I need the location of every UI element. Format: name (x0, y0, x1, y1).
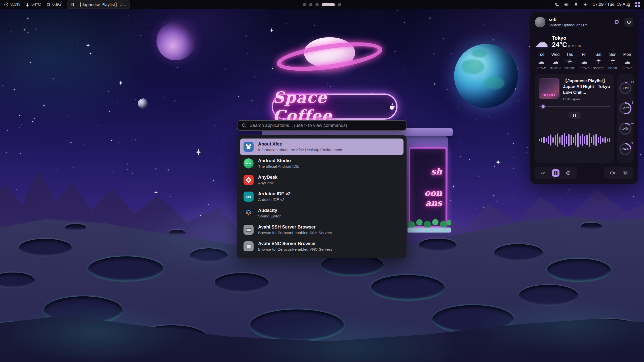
media-section: TOKYO L 【Japanese Playlist】 Japan All Ni… (535, 74, 633, 163)
desktop: Space Coffee sh oon ans 3.1% (0, 0, 644, 362)
thermometer-icon (631, 101, 634, 104)
clock[interactable]: 17:09 - Tue, 19 Aug (593, 2, 630, 7)
keyboard-icon (622, 170, 628, 176)
launcher-searchbar[interactable] (237, 120, 407, 131)
rain-icon: ☂ (596, 59, 601, 65)
album-art: TOKYO L (539, 78, 559, 99)
app-name: AnyDesk (258, 175, 277, 180)
battery-icon[interactable] (564, 2, 569, 7)
weather-city: Tokyo (552, 35, 581, 41)
memory-value: 6.8G (52, 2, 62, 7)
android-studio-icon (244, 158, 254, 168)
power-button[interactable] (624, 18, 633, 27)
keyboard-button[interactable] (621, 169, 629, 177)
launcher-result-row[interactable]: Avahi SSH Server Browser Browse for Zero… (240, 221, 404, 238)
launcher-result-row[interactable]: ∞ Arduino IDE v2 Arduino IDE v2 (240, 188, 404, 205)
avahi-ssh-icon (244, 225, 254, 235)
disk-icon (631, 141, 634, 145)
search-icon (242, 123, 247, 128)
network-globe-button[interactable] (565, 169, 572, 177)
waveform (539, 122, 610, 159)
app-description: Browse for Zeroconf-enabled SSH Servers (258, 231, 332, 235)
arduino-icon: ∞ (244, 192, 254, 202)
cpu-gauge: 3.1% (619, 82, 631, 94)
system-uptime: System Uptime: 4h11m (549, 23, 588, 27)
track-title: 【Japanese Playlist】 Japan All Night - To… (563, 78, 610, 96)
top-panel: 3.1% 54°C 6.8G 【Japanese Playlist】 J... (0, 0, 644, 9)
media-chip-label: 【Japanese Playlist】 J... (77, 2, 126, 8)
forecast-day: Thu☀33°/26° (564, 52, 576, 70)
track-subtitle: Chill Japan. (563, 97, 610, 101)
app-description: Arduino IDE v2 (258, 197, 291, 202)
forecast-day: Mon☁33°/26° (621, 52, 633, 70)
workspace-dot[interactable] (315, 3, 319, 6)
thermometer-icon (25, 2, 30, 7)
media-player-card: TOKYO L 【Japanese Playlist】 Japan All Ni… (535, 74, 614, 163)
workspace-dot[interactable] (338, 3, 341, 6)
user-name: seb (549, 17, 588, 22)
system-gauges: 3.1% 54°C 14% 24% (617, 74, 633, 163)
app-name: Arduino IDE v2 (258, 191, 291, 197)
speedometer-icon (540, 170, 546, 176)
settings-button[interactable]: ⚙ (612, 18, 621, 27)
memory-chip-icon (46, 2, 51, 7)
forecast-day: Tue☁33°/24° (535, 52, 547, 70)
progress-track (539, 106, 610, 107)
launcher-result-row[interactable]: AnyDesk AnyDesk (240, 172, 404, 188)
anydesk-icon (244, 175, 254, 185)
weather-cloud-icon: ☁ (535, 35, 548, 49)
user-section: seb System Uptime: 4h11m ⚙ (535, 17, 633, 31)
launcher-result-row[interactable]: Android Studio The official Android IDE (240, 155, 404, 172)
progress-thumb[interactable] (542, 105, 545, 108)
cpu-stat: 3.1% (4, 2, 20, 7)
workspace-indicator[interactable] (303, 0, 341, 9)
search-input[interactable] (250, 123, 402, 128)
cloud-icon: ☁ (552, 59, 558, 65)
workspace-active-pill[interactable] (322, 3, 335, 6)
right-action-group (604, 167, 633, 179)
cpu-gauge-icon (4, 2, 9, 7)
avahi-vnc-icon (244, 241, 254, 251)
control-sidebar: seb System Uptime: 4h11m ⚙ ☁ Tokyo 24°C(… (530, 12, 638, 184)
app-name: Avahi SSH Server Browser (258, 224, 332, 230)
audacity-icon (244, 208, 254, 218)
album-art-label: TOKYO L (542, 94, 556, 97)
temperature-gauge: 54°C (619, 102, 631, 114)
widgets-grid-icon (553, 170, 558, 176)
xfce-app-icon (244, 142, 254, 152)
app-name: About Xfce (258, 142, 342, 147)
app-description: Information about the Xfce Desktop Envir… (258, 148, 342, 152)
apps-grid-icon[interactable] (635, 2, 640, 7)
globe-icon (566, 170, 571, 176)
cloud-icon: ☁ (581, 59, 587, 65)
app-name: Avahi VNC Server Browser (258, 241, 332, 246)
volume-icon[interactable] (583, 2, 588, 7)
weather-temp: 24°C (552, 41, 567, 49)
stats-button[interactable] (539, 169, 547, 177)
app-description: Browse for Zeroconf-enabled VNC Servers (258, 247, 332, 252)
forecast-day: Sat☂36°/26° (592, 52, 605, 70)
power-icon (627, 20, 631, 24)
workspace-dot[interactable] (309, 3, 312, 6)
ram-icon (631, 121, 634, 125)
cpu-chip-icon (631, 80, 634, 84)
left-action-group (535, 167, 577, 179)
media-progress-bar[interactable] (539, 105, 610, 108)
app-name: Audacity (258, 208, 281, 213)
workspace-dot[interactable] (303, 3, 306, 6)
app-launcher: About Xfce Information about the Xfce De… (237, 120, 407, 258)
topbar-media-chip[interactable]: 【Japanese Playlist】 J... (67, 1, 130, 9)
rain-icon: ☂ (610, 59, 616, 65)
launcher-result-row[interactable]: Audacity Sound Editor (240, 205, 404, 221)
pause-button[interactable] (569, 112, 581, 119)
weather-widget: ☁ Tokyo 24°C(GMT+9) Tue☁33°/24° Wed☁35°/… (535, 35, 633, 70)
forecast-day: Sun☂33°/26° (607, 52, 619, 70)
launcher-result-row[interactable]: Avahi VNC Server Browser Browse for Zero… (240, 238, 404, 255)
widgets-button[interactable] (552, 169, 559, 177)
gear-icon: ⚙ (614, 19, 619, 25)
phone-icon[interactable] (555, 2, 559, 7)
bell-icon[interactable] (574, 2, 578, 7)
launcher-result-row[interactable]: About Xfce Information about the Xfce De… (240, 139, 404, 155)
screencast-button[interactable] (609, 169, 616, 177)
memory-stat: 6.8G (46, 2, 62, 7)
